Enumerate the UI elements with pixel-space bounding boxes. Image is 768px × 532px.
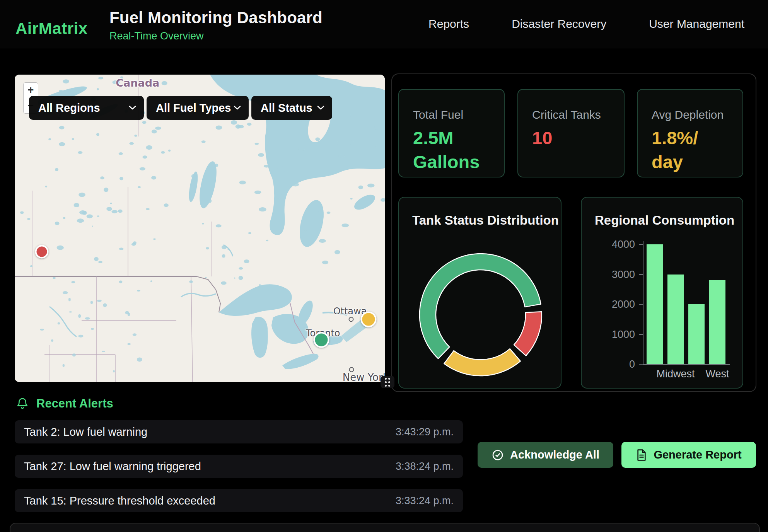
dropdown-value: All Fuel Types: [156, 102, 231, 114]
map-label-country: Canada: [116, 77, 159, 89]
bottom-panel-edge: [10, 523, 760, 532]
resize-grip-icon[interactable]: [381, 376, 394, 388]
stat-value: 2.5M Gallons: [413, 126, 491, 174]
nav-item-disaster-recovery[interactable]: Disaster Recovery: [512, 17, 606, 31]
bar-1: [667, 275, 684, 365]
x-axis: [643, 364, 730, 365]
main-nav: ReportsDisaster RecoveryUser Management: [428, 0, 744, 48]
alert-timestamp: 3:38:24 p.m.: [396, 460, 454, 472]
x-axis-label-midwest: Midwest: [656, 368, 695, 380]
chevron-down-icon: [129, 106, 136, 110]
tank-marker-2[interactable]: [314, 332, 329, 348]
y-axis-tick-label: 2000: [612, 298, 635, 310]
recent-alerts-header: Recent Alerts: [16, 397, 113, 411]
filter-dropdown-all-regions[interactable]: All Regions: [29, 96, 144, 120]
bar-2: [688, 304, 705, 364]
page-title: Fuel Monitoring Dashboard: [109, 9, 323, 27]
stat-label: Total Fuel: [413, 108, 491, 121]
generate-report-button[interactable]: Generate Report: [621, 442, 756, 468]
chart-title: Tank Status Distribution: [412, 213, 559, 228]
alert-row-0[interactable]: Tank 2: Low fuel warning3:43:29 p.m.: [15, 420, 463, 443]
stat-label: Avg Depletion: [652, 108, 729, 121]
acknowledge-all-button[interactable]: Acknowledge All: [478, 442, 613, 468]
page-subtitle: Real-Time Overview: [109, 30, 323, 42]
doughnut-segment-2: [444, 349, 520, 376]
chevron-down-icon: [317, 106, 324, 110]
button-label: Generate Report: [654, 448, 741, 461]
map-panel[interactable]: + − All RegionsAll Fuel TypesAll Status …: [15, 75, 385, 382]
filter-dropdown-all-status[interactable]: All Status: [251, 96, 332, 120]
town-dot-icon: [349, 367, 354, 372]
y-axis-tick-label: 0: [629, 358, 635, 370]
button-label: Acknowledge All: [510, 448, 599, 461]
alert-message: Tank 2: Low fuel warning: [24, 426, 147, 438]
tank-marker-0[interactable]: [35, 245, 48, 258]
bell-icon: [16, 397, 29, 410]
document-icon: [636, 449, 647, 461]
alert-message: Tank 27: Low fuel warning triggered: [24, 460, 201, 473]
dropdown-value: All Regions: [38, 102, 100, 114]
y-axis-tick: [639, 244, 643, 245]
dropdown-value: All Status: [261, 102, 312, 114]
doughnut-segment-1: [514, 312, 542, 356]
recent-alerts-title: Recent Alerts: [36, 397, 113, 411]
stat-card-total-fuel: Total Fuel 2.5M Gallons: [398, 89, 505, 177]
nav-item-user-management[interactable]: User Management: [649, 17, 744, 31]
fuel-monitoring-dashboard: AirMatrix Fuel Monitoring Dashboard Real…: [0, 0, 768, 532]
stat-card-avg-depletion: Avg Depletion 1.8%/​day: [637, 89, 743, 177]
y-axis-tick: [639, 334, 643, 335]
bar-0: [647, 244, 663, 364]
regional-consumption-bar-chart: 40003000200010000MidwestWest: [582, 198, 744, 389]
stat-value: 10: [532, 126, 611, 150]
stat-card-critical-tanks: Critical Tanks 10: [517, 89, 625, 177]
app-logo: AirMatrix: [15, 19, 88, 38]
title-block: Fuel Monitoring Dashboard Real-Time Over…: [109, 9, 323, 42]
town-dot-icon: [348, 317, 353, 322]
alert-row-1[interactable]: Tank 27: Low fuel warning triggered3:38:…: [15, 455, 463, 478]
y-axis-tick-label: 3000: [612, 268, 635, 280]
y-axis-tick: [639, 304, 643, 305]
y-axis-tick: [639, 364, 643, 365]
y-axis-tick-label: 4000: [612, 239, 635, 251]
alert-timestamp: 3:33:24 p.m.: [396, 495, 454, 507]
alert-row-2[interactable]: Tank 15: Pressure threshold exceeded3:33…: [15, 489, 463, 512]
stat-value: 1.8%/​day: [652, 126, 729, 174]
alert-timestamp: 3:43:29 p.m.: [396, 426, 454, 438]
tank-status-panel: Tank Status Distribution: [398, 197, 561, 389]
chevron-down-icon: [234, 106, 241, 110]
stat-label: Critical Tanks: [532, 108, 611, 121]
filter-dropdown-all-fuel-types[interactable]: All Fuel Types: [147, 96, 249, 120]
nav-item-reports[interactable]: Reports: [428, 17, 469, 31]
map-label-new-york: New York: [343, 372, 385, 382]
y-axis-tick: [639, 274, 643, 275]
y-axis-tick-label: 1000: [612, 328, 635, 340]
y-axis: [643, 241, 643, 365]
bar-3: [709, 280, 725, 364]
tank-marker-1[interactable]: [360, 311, 376, 327]
map-filter-bar: All RegionsAll Fuel TypesAll Status: [29, 96, 332, 120]
regional-consumption-panel: Regional Consumption 40003000200010000Mi…: [581, 197, 743, 389]
alert-message: Tank 15: Pressure threshold exceeded: [24, 494, 215, 507]
check-circle-icon: [492, 449, 504, 461]
header: AirMatrix Fuel Monitoring Dashboard Real…: [0, 0, 768, 48]
x-axis-label-west: West: [705, 368, 729, 380]
